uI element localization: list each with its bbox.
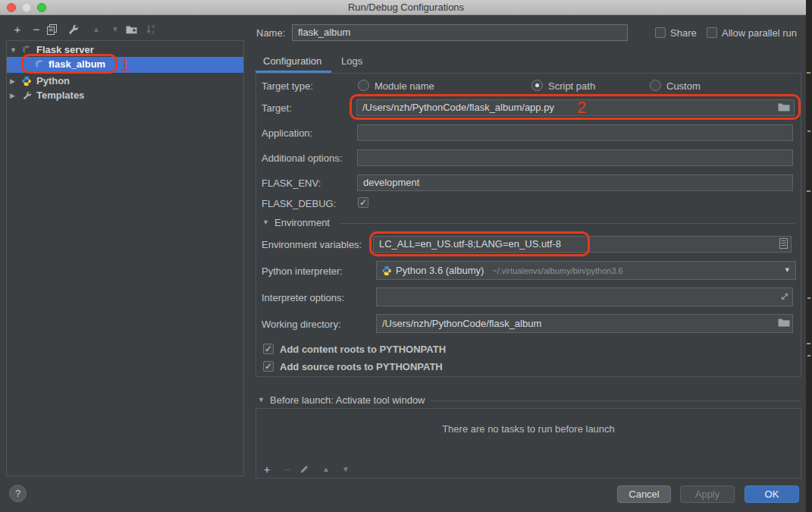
browse-folder-icon[interactable] xyxy=(778,102,790,112)
configurations-tree xyxy=(6,40,244,476)
new-folder-button[interactable] xyxy=(126,21,143,38)
custom-label[interactable]: Custom xyxy=(666,80,701,93)
custom-radio[interactable] xyxy=(650,80,661,91)
ok-button[interactable]: OK xyxy=(745,485,799,503)
tree-item-templates[interactable]: ▶ Templates xyxy=(7,88,243,104)
background-artifact xyxy=(807,72,810,74)
before-launch-arrow-icon[interactable]: ▼ xyxy=(258,396,265,404)
move-task-up-button[interactable]: ▲ xyxy=(319,463,333,476)
sort-configurations-button[interactable]: a z xyxy=(146,21,162,38)
python-icon xyxy=(21,76,32,86)
before-launch-divider xyxy=(431,400,801,401)
tab-configuration[interactable]: Configuration xyxy=(263,55,321,67)
add-source-roots-checkbox[interactable]: ✓ xyxy=(263,361,274,372)
before-launch-empty-message: There are no tasks to run before launch xyxy=(256,423,801,435)
target-label: Target: xyxy=(262,102,292,115)
window-title: Run/Debug Configurations xyxy=(0,2,812,13)
add-content-roots-checkbox[interactable]: ✓ xyxy=(263,344,274,354)
remove-task-button[interactable]: − xyxy=(280,463,293,476)
allow-parallel-run-checkbox[interactable] xyxy=(707,27,717,38)
share-checkbox[interactable] xyxy=(655,27,666,38)
background-artifact xyxy=(807,190,810,192)
interpreter-options-input[interactable] xyxy=(376,287,793,306)
working-directory-label: Working directory: xyxy=(262,319,341,331)
edit-templates-button[interactable] xyxy=(68,21,85,38)
tree-item-label: Python xyxy=(36,75,70,86)
tree-item-label: flask_album xyxy=(49,58,105,70)
python-icon xyxy=(381,265,392,276)
expanded-arrow-icon[interactable]: ▼ xyxy=(10,46,17,54)
svg-text:z: z xyxy=(152,30,155,35)
module-name-label[interactable]: Module name xyxy=(375,80,434,93)
move-up-button[interactable]: ▲ xyxy=(88,21,105,38)
tree-item-label: Templates xyxy=(36,90,84,101)
edit-task-button[interactable] xyxy=(299,464,313,476)
titlebar: Run/Debug Configurations xyxy=(0,0,812,15)
interpreter-name: Python 3.6 (albumy) xyxy=(396,265,484,276)
cancel-button[interactable]: Cancel xyxy=(617,485,671,503)
help-button[interactable]: ? xyxy=(9,485,27,502)
wrench-icon xyxy=(23,91,32,100)
new-folder-icon xyxy=(126,24,138,34)
expand-field-icon[interactable] xyxy=(780,292,789,301)
flask-env-input[interactable]: development xyxy=(357,174,793,191)
interpreter-options-label: Interpreter options: xyxy=(262,292,344,304)
allow-parallel-run-label: Allow parallel run xyxy=(722,27,797,39)
interpreter-path: ~/.virtualenvs/albumy/bin/python3.6 xyxy=(492,266,623,275)
name-label: Name: xyxy=(256,27,285,39)
annotation-marker-2: 2 xyxy=(577,98,586,118)
background-artifact xyxy=(807,355,810,357)
edit-variables-icon[interactable] xyxy=(779,238,788,249)
target-input[interactable]: /Users/nzh/PythonCode/flask_album/app.py xyxy=(356,99,795,116)
flask-env-label: FLASK_ENV: xyxy=(262,177,321,190)
background-artifact xyxy=(807,343,810,344)
environment-variables-input[interactable]: LC_ALL=en_US.utf-8;LANG=en_US.utf-8 xyxy=(373,236,792,253)
flask-icon: ☾ xyxy=(20,42,34,57)
environment-section-divider xyxy=(340,223,795,224)
additional-options-input[interactable] xyxy=(357,149,793,166)
copy-configuration-button[interactable] xyxy=(47,21,64,38)
move-down-button[interactable]: ▼ xyxy=(107,21,124,38)
apply-button[interactable]: Apply xyxy=(680,485,735,503)
run-debug-configurations-dialog: Run/Debug Configurations + − ▲ ▼ a z xyxy=(0,0,812,512)
flask-icon: ☾ xyxy=(33,57,47,71)
script-path-label[interactable]: Script path xyxy=(548,80,595,93)
add-configuration-button[interactable]: + xyxy=(9,21,26,38)
environment-section-label[interactable]: Environment xyxy=(274,217,330,229)
flask-debug-label: FLASK_DEBUG: xyxy=(262,198,336,210)
background-artifact xyxy=(807,297,810,299)
python-interpreter-label: Python interpreter: xyxy=(262,265,343,278)
move-task-down-button[interactable]: ▼ xyxy=(339,463,353,476)
flask-debug-checkbox[interactable]: ✓ xyxy=(358,197,368,208)
name-input[interactable]: flask_album xyxy=(292,24,628,41)
add-content-roots-label: Add content roots to PYTHONPATH xyxy=(280,344,446,356)
annotation-marker-1: 1 xyxy=(121,55,130,75)
wrench-icon xyxy=(68,24,79,35)
add-task-button[interactable]: + xyxy=(260,463,274,476)
tree-item-python[interactable]: ▶ Python xyxy=(7,74,243,90)
target-type-label: Target type: xyxy=(262,80,313,93)
sort-az-icon: a z xyxy=(146,24,156,35)
collapsed-arrow-icon[interactable]: ▶ xyxy=(10,92,15,99)
copy-icon xyxy=(47,24,57,35)
script-path-radio[interactable] xyxy=(531,80,543,91)
environment-section-arrow-icon[interactable]: ▼ xyxy=(262,218,269,226)
dropdown-arrow-icon[interactable]: ▾ xyxy=(785,265,789,275)
module-name-radio[interactable] xyxy=(358,80,369,91)
background-artifact xyxy=(807,130,810,132)
additional-options-label: Additional options: xyxy=(262,152,342,165)
application-label: Application: xyxy=(262,127,312,140)
remove-configuration-button[interactable]: − xyxy=(28,21,45,38)
pencil-icon xyxy=(299,464,309,474)
svg-text:a: a xyxy=(152,24,155,29)
python-interpreter-dropdown[interactable]: Python 3.6 (albumy) ~/.virtualenvs/album… xyxy=(376,261,796,280)
tab-logs[interactable]: Logs xyxy=(341,55,362,67)
collapsed-arrow-icon[interactable]: ▶ xyxy=(10,77,15,85)
background-app-sliver xyxy=(806,0,812,512)
share-label: Share xyxy=(670,27,697,39)
application-input[interactable] xyxy=(357,124,793,141)
working-directory-input[interactable]: /Users/nzh/PythonCode/flask_album xyxy=(376,314,793,333)
before-launch-header[interactable]: Before launch: Activate tool window xyxy=(270,394,425,407)
browse-folder-icon[interactable] xyxy=(778,318,790,327)
add-source-roots-label: Add source roots to PYTHONPATH xyxy=(280,361,443,373)
